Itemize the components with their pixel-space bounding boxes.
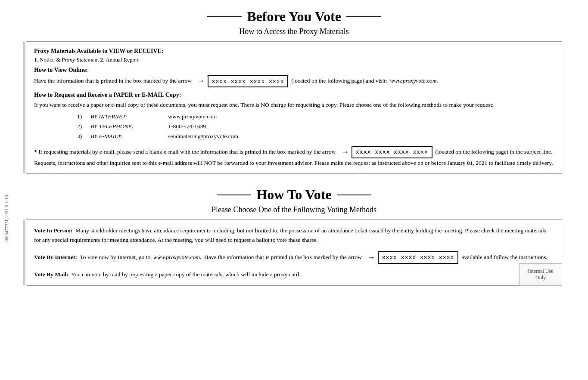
method-value-internet: www.proxyvote.com: [168, 112, 217, 122]
view-text-after: (located on the following page) and visi…: [291, 77, 387, 84]
how-to-view-heading: How to View Online:: [34, 67, 554, 74]
vote-by-internet-text-before: To vote now by Internet, go to: [80, 254, 151, 260]
how-to-vote-content-box: Vote In Person: Many stockholder meeting…: [26, 219, 562, 286]
before-you-vote-content-box: Proxy Materials Available to VIEW or REC…: [26, 41, 562, 174]
before-you-vote-section: Before You Vote How to Access the Proxy …: [26, 9, 562, 174]
method-value-telephone: 1-800-579-1639: [168, 122, 206, 132]
proxy-materials-heading: Proxy Materials Available to VIEW or REC…: [34, 48, 554, 55]
vote-by-internet-text-after: available and follow the instructions.: [461, 254, 548, 260]
footnote-section: * If requesting materials by e-mail, ple…: [34, 146, 554, 167]
vote-by-mail-text: Vote By Mail: You can vote by mail by re…: [34, 270, 554, 279]
footnote-text-1: * If requesting materials by e-mail, ple…: [34, 146, 554, 158]
vote-by-mail-label: Vote By Mail:: [34, 271, 68, 278]
arrow-icon: →: [197, 75, 205, 87]
footnote-text-after: (located on the following page) in the s…: [436, 148, 553, 154]
footnote-code-box: xxxx xxxx xxxx xxxx: [352, 146, 432, 158]
footnote-disclaimer: Requests, instructions and other inquiri…: [34, 158, 554, 168]
internal-use-line1: Internal Use: [528, 268, 554, 274]
vote-in-person: Vote In Person: Many stockholder meeting…: [34, 226, 554, 244]
method-label-telephone: BY TELEPHONE:: [90, 122, 159, 132]
vote-by-internet-label: Vote By Internet:: [34, 254, 77, 260]
method-row-internet: 1) BY INTERNET: www.proxyvote.com: [77, 112, 554, 122]
how-to-vote-section: How To Vote Please Choose One of the Fol…: [26, 187, 562, 286]
footnote-arrow-box: → xxxx xxxx xxxx xxxx: [337, 146, 432, 158]
before-you-vote-title-row: Before You Vote: [26, 9, 562, 25]
how-to-view-text: Have the information that is printed in …: [34, 75, 554, 87]
how-to-vote-subtitle: Please Choose One of the Following Votin…: [26, 205, 562, 214]
how-to-vote-title-row: How To Vote: [26, 187, 562, 203]
view-text-before: Have the information that is printed in …: [34, 77, 192, 84]
view-code-box: xxxx xxxx xxxx xxxx: [208, 75, 289, 87]
internal-use-box: Internal Use Only: [519, 263, 562, 286]
before-you-vote-subtitle: How to Access the Proxy Materials: [26, 27, 562, 36]
view-arrow-box: → xxxx xxxx xxxx xxxx: [193, 75, 288, 87]
internet-code-box: xxxx xxxx xxxx xxxx: [378, 251, 459, 264]
method-value-email: sendmaterial@proxyvote.com: [168, 132, 238, 142]
how-to-view-section: How to View Online: Have the information…: [34, 67, 554, 87]
htv-title-line-right: [337, 195, 371, 195]
vote-by-mail-body: You can vote by mail by requesting a pap…: [71, 271, 300, 278]
request-heading: How to Request and Receive a PAPER or E-…: [34, 92, 554, 99]
view-url: www.proxyvote.com.: [390, 77, 438, 84]
how-to-vote-heading: How To Vote: [256, 187, 331, 203]
vote-by-internet-url: www.proxyvote.com.: [153, 254, 201, 260]
vote-in-person-label: Vote In Person:: [34, 227, 73, 234]
vote-by-internet-text: Vote By Internet: To vote now by Interne…: [34, 251, 554, 264]
method-row-telephone: 2) BY TELEPHONE: 1-800-579-1639: [77, 122, 554, 132]
request-text: If you want to receive a paper or e-mail…: [34, 100, 554, 110]
method-num-1: 1): [77, 112, 82, 122]
method-num-3: 3): [77, 132, 82, 142]
vote-by-internet: Vote By Internet: To vote now by Interne…: [34, 251, 554, 264]
vote-in-person-text: Vote In Person: Many stockholder meeting…: [34, 226, 554, 244]
side-label: 000047735l_2 R1.0.1.18: [4, 195, 9, 242]
vote-in-person-body: Many stockholder meetings have attendanc…: [34, 227, 546, 243]
vote-by-internet-text-middle: Have the information that is printed in …: [204, 254, 362, 260]
internet-arrow-icon: →: [367, 251, 375, 264]
footnote-arrow-icon: →: [341, 146, 349, 158]
footnote-star-text: * If requesting materials by e-mail, ple…: [34, 148, 336, 154]
before-you-vote-heading: Before You Vote: [247, 9, 341, 25]
method-num-2: 2): [77, 122, 82, 132]
method-label-email: BY E-MAIL*:: [90, 132, 159, 142]
proxy-materials-items: 1. Notice & Proxy Statement 2. Annual Re…: [34, 56, 554, 63]
method-row-email: 3) BY E-MAIL*: sendmaterial@proxyvote.co…: [77, 132, 554, 142]
internet-arrow-box: → xxxx xxxx xxxx xxxx: [363, 251, 458, 264]
title-line-left: [207, 16, 242, 17]
page-wrapper: Before You Vote How to Access the Proxy …: [0, 0, 588, 294]
internal-use-line2: Only: [535, 275, 546, 281]
how-to-request-section: How to Request and Receive a PAPER or E-…: [34, 92, 554, 142]
methods-list: 1) BY INTERNET: www.proxyvote.com 2) BY …: [77, 112, 554, 142]
htv-title-line-left: [217, 195, 251, 195]
title-line-right: [346, 16, 381, 17]
method-label-internet: BY INTERNET:: [90, 112, 159, 122]
vote-by-mail: Vote By Mail: You can vote by mail by re…: [34, 270, 554, 279]
